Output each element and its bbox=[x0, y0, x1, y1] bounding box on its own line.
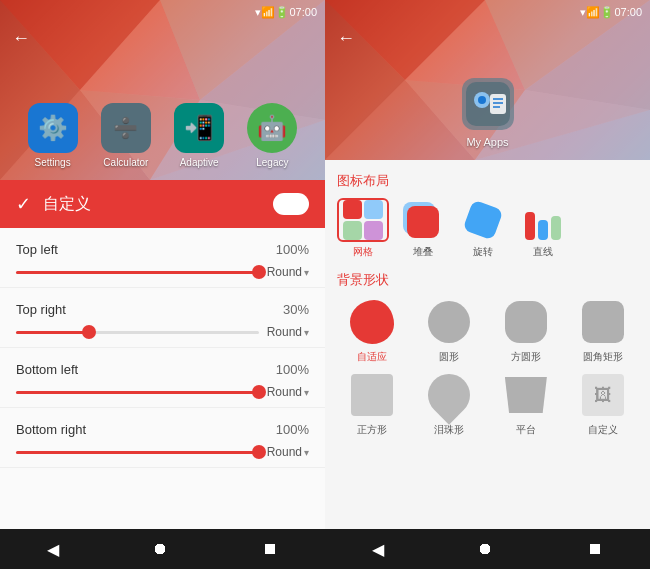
left-status-bar: ▾ 📶 🔋 07:00 bbox=[0, 0, 325, 24]
left-back-button[interactable]: ← bbox=[12, 28, 30, 49]
grid-cell-2 bbox=[364, 200, 383, 219]
top-left-thumb[interactable] bbox=[252, 265, 266, 279]
myapps-label: My Apps bbox=[466, 136, 508, 148]
bottom-right-dropdown[interactable]: Round ▾ bbox=[267, 445, 309, 459]
legacy-app-icon[interactable]: 🤖 Legacy bbox=[247, 103, 297, 168]
shape-teardrop-visual bbox=[424, 370, 474, 420]
top-left-slider-row: Round ▾ bbox=[16, 265, 309, 279]
toggle-switch[interactable] bbox=[273, 193, 309, 215]
top-left-dropdown-arrow-icon: ▾ bbox=[304, 267, 309, 278]
shape-squircle[interactable]: 方圆形 bbox=[491, 297, 562, 364]
shape-square[interactable]: 正方形 bbox=[337, 370, 408, 437]
shape-rounded-rect[interactable]: 圆角矩形 bbox=[567, 297, 638, 364]
calculator-app-icon[interactable]: ➗ Calculator bbox=[101, 103, 151, 168]
bottom-left-thumb[interactable] bbox=[252, 385, 266, 399]
svg-point-21 bbox=[478, 96, 486, 104]
top-right-slider-row: Round ▾ bbox=[16, 325, 309, 339]
top-left-dropdown[interactable]: Round ▾ bbox=[267, 265, 309, 279]
settings-app-icon[interactable]: ⚙️ Settings bbox=[28, 103, 78, 168]
shape-circle[interactable]: 圆形 bbox=[414, 297, 485, 364]
right-nav-bar: ◀ ⏺ ⏹ bbox=[325, 529, 650, 569]
left-battery-icon: 🔋 bbox=[275, 6, 289, 19]
calculator-icon: ➗ bbox=[101, 103, 151, 153]
myapps-area[interactable]: My Apps bbox=[460, 76, 516, 148]
layout-grid-item[interactable]: 网格 bbox=[337, 198, 389, 259]
bottom-left-dropdown[interactable]: Round ▾ bbox=[267, 385, 309, 399]
bottom-right-header: Bottom right 100% bbox=[16, 422, 309, 437]
top-right-thumb[interactable] bbox=[82, 325, 96, 339]
bottom-right-dropdown-label: Round bbox=[267, 445, 302, 459]
rotate-preview bbox=[461, 200, 505, 240]
toggle-check-icon: ✓ bbox=[16, 193, 31, 215]
left-nav-back-button[interactable]: ◀ bbox=[47, 540, 59, 559]
right-nav-back-button[interactable]: ◀ bbox=[372, 540, 384, 559]
shape-adaptive-visual bbox=[347, 297, 397, 347]
top-right-track[interactable] bbox=[16, 331, 259, 334]
right-nav-home-button[interactable]: ⏺ bbox=[477, 540, 493, 558]
shape-square-shape bbox=[351, 374, 393, 416]
top-left-setting: Top left 100% Round ▾ bbox=[0, 228, 325, 288]
top-right-dropdown[interactable]: Round ▾ bbox=[267, 325, 309, 339]
layout-grid-label: 网格 bbox=[353, 245, 373, 259]
right-back-button[interactable]: ← bbox=[337, 28, 355, 49]
layout-line-item[interactable]: 直线 bbox=[517, 198, 569, 259]
layout-section-title: 图标布局 bbox=[337, 172, 638, 190]
shape-adaptive[interactable]: 自适应 bbox=[337, 297, 408, 364]
right-content: 图标布局 网格 bbox=[325, 160, 650, 529]
left-signal-icon: 📶 bbox=[261, 6, 275, 19]
right-status-bar: ▾ 📶 🔋 07:00 bbox=[325, 0, 650, 24]
shape-custom-shape: 🖼 bbox=[582, 374, 624, 416]
top-right-dropdown-label: Round bbox=[267, 325, 302, 339]
shapes-grid: 自适应 圆形 方圆形 圆角矩形 bbox=[337, 297, 638, 437]
layout-rotate-visual bbox=[457, 198, 509, 242]
shape-custom[interactable]: 🖼 自定义 bbox=[567, 370, 638, 437]
line-bar-3 bbox=[551, 216, 561, 240]
bottom-right-fill bbox=[16, 451, 259, 454]
adaptive-app-icon[interactable]: 📲 Adaptive bbox=[174, 103, 224, 168]
myapps-icon bbox=[460, 76, 516, 132]
left-nav-home-button[interactable]: ⏺ bbox=[152, 540, 168, 558]
rotate-icon bbox=[462, 199, 503, 240]
top-left-header: Top left 100% bbox=[16, 242, 309, 257]
bottom-left-dropdown-arrow-icon: ▾ bbox=[304, 387, 309, 398]
top-left-fill bbox=[16, 271, 259, 274]
shape-squircle-shape bbox=[505, 301, 547, 343]
shape-platform-shape bbox=[505, 377, 547, 413]
grid-cell-1 bbox=[343, 200, 362, 219]
left-nav-recents-button[interactable]: ⏹ bbox=[262, 540, 278, 558]
legacy-icon: 🤖 bbox=[247, 103, 297, 153]
right-signal-icon: 📶 bbox=[586, 6, 600, 19]
right-nav-recents-button[interactable]: ⏹ bbox=[587, 540, 603, 558]
shape-circle-visual bbox=[424, 297, 474, 347]
layout-rotate-label: 旋转 bbox=[473, 245, 493, 259]
shape-custom-visual: 🖼 bbox=[578, 370, 628, 420]
bottom-right-dropdown-arrow-icon: ▾ bbox=[304, 447, 309, 458]
bottom-left-track[interactable] bbox=[16, 391, 259, 394]
bottom-right-thumb[interactable] bbox=[252, 445, 266, 459]
grid-preview bbox=[343, 200, 383, 240]
left-nav-bar: ◀ ⏺ ⏹ bbox=[0, 529, 325, 569]
layout-stack-visual bbox=[397, 198, 449, 242]
top-left-track[interactable] bbox=[16, 271, 259, 274]
adaptive-icon: 📲 bbox=[174, 103, 224, 153]
shape-circle-label: 圆形 bbox=[439, 350, 459, 364]
shape-platform[interactable]: 平台 bbox=[491, 370, 562, 437]
adaptive-label: Adaptive bbox=[180, 157, 219, 168]
layout-stack-item[interactable]: 堆叠 bbox=[397, 198, 449, 259]
legacy-label: Legacy bbox=[256, 157, 288, 168]
settings-label: Settings bbox=[35, 157, 71, 168]
grid-cell-4 bbox=[364, 221, 383, 240]
shape-platform-label: 平台 bbox=[516, 423, 536, 437]
line-preview bbox=[521, 200, 565, 240]
line-bar-2 bbox=[538, 220, 548, 240]
top-left-label: Top left bbox=[16, 242, 58, 257]
right-time: 07:00 bbox=[614, 6, 642, 18]
shape-square-label: 正方形 bbox=[357, 423, 387, 437]
svg-rect-22 bbox=[490, 94, 506, 114]
grid-cell-3 bbox=[343, 221, 362, 240]
stack-icon-2 bbox=[407, 206, 439, 238]
bottom-right-track[interactable] bbox=[16, 451, 259, 454]
shape-teardrop[interactable]: 泪珠形 bbox=[414, 370, 485, 437]
layout-rotate-item[interactable]: 旋转 bbox=[457, 198, 509, 259]
shape-squircle-label: 方圆形 bbox=[511, 350, 541, 364]
